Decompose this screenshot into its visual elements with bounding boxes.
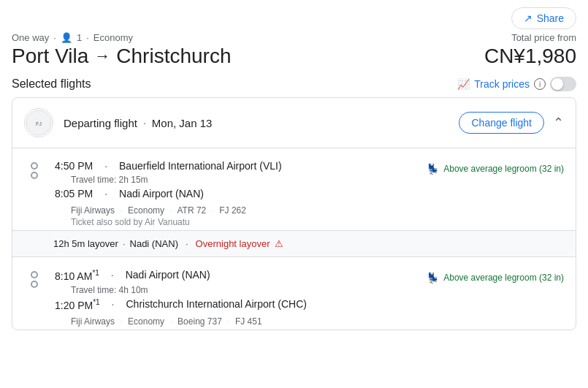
total-price: CN¥1,980 — [484, 45, 576, 68]
share-icon: ↗ — [524, 12, 532, 24]
arrival-1: 8:05 PM · Nadi Airport (NAN) — [55, 188, 415, 199]
overnight-label: Overnight layover — [196, 238, 270, 249]
airline-info-1: Fiji Airways · Economy · ATR 72 · FJ 262 — [55, 205, 415, 216]
departure-2: 8:10 AM*1 · Nadi Airport (NAN) — [55, 269, 415, 282]
destination: Christchurch — [116, 45, 231, 68]
departing-label: Departing flight — [64, 117, 137, 129]
departing-date: Mon, Jan 13 — [152, 117, 213, 129]
card-header-left: FJ Departing flight · Mon, Jan 13 — [24, 108, 212, 137]
total-price-label: Total price from — [511, 32, 576, 43]
airline-logo: FJ — [24, 108, 53, 137]
legroom-info-2: 💺 Above average legroom (32 in) — [427, 272, 564, 284]
legroom-icon-2: 💺 — [427, 272, 439, 284]
cabin-2: Economy — [128, 316, 164, 327]
sup-2: *1 — [93, 298, 99, 306]
legroom-icon-1: 💺 — [427, 163, 439, 175]
departure-1: 4:50 PM · Bauerfield International Airpo… — [55, 160, 415, 172]
segment-2: 8:10 AM*1 · Nadi Airport (NAN) Travel ti… — [12, 257, 576, 330]
track-prices-toggle[interactable] — [550, 77, 576, 91]
card-header-right: Change flight ⌃ — [459, 112, 564, 134]
change-flight-button[interactable]: Change flight — [459, 112, 544, 134]
info-icon[interactable]: i — [534, 78, 546, 90]
departure-time-2: 8:10 AM*1 — [55, 269, 99, 282]
selected-flights-section: Selected flights 📈 Track prices i — [0, 77, 588, 97]
timeline-1 — [24, 160, 45, 227]
departing-info: Departing flight · Mon, Jan 13 — [64, 117, 212, 129]
warning-icon: ⚠ — [275, 238, 283, 249]
arrival-airport-1: Nadi Airport (NAN) — [119, 188, 204, 199]
trip-type: One way — [12, 32, 49, 43]
departure-time-1: 4:50 PM — [55, 160, 93, 172]
track-prices-area: 📈 Track prices i — [457, 77, 576, 91]
meta-dot1: · — [53, 32, 56, 43]
arrival-2: 1:20 PM*1 · Christchurch International A… — [55, 298, 415, 311]
segment-1: 4:50 PM · Bauerfield International Airpo… — [12, 148, 576, 230]
ticket-info-1: Ticket also sold by Air Vanuatu — [55, 217, 415, 227]
sup-1: *1 — [92, 269, 99, 277]
arrival-airport-2: Christchurch International Airport (CHC) — [126, 298, 306, 310]
passenger-count: 1 — [77, 32, 82, 43]
track-icon: 📈 — [457, 78, 470, 90]
layover-location: Nadi (NAN) — [130, 238, 178, 249]
layover-dot: · — [123, 238, 126, 249]
svg-text:FJ: FJ — [36, 121, 42, 126]
origin: Port Vila — [12, 45, 88, 68]
share-button[interactable]: ↗ Share — [511, 7, 576, 29]
flight-card: FJ Departing flight · Mon, Jan 13 Change… — [12, 97, 576, 330]
stop-dot-3 — [31, 271, 38, 278]
travel-time-2: Travel time: 4h 10m — [71, 282, 415, 298]
layover-bar: 12h 5m layover · Nadi (NAN) · Overnight … — [12, 230, 576, 257]
segment-1-content: 4:50 PM · Bauerfield International Airpo… — [55, 160, 415, 227]
aircraft-2: Boeing 737 — [177, 316, 222, 327]
flight-number-2: FJ 451 — [235, 316, 262, 327]
arrival-time-1: 8:05 PM — [55, 188, 93, 199]
arrival-time-2: 1:20 PM*1 — [55, 298, 100, 311]
collapse-icon[interactable]: ⌃ — [553, 115, 564, 131]
flight-number-1: FJ 262 — [219, 205, 246, 216]
timeline-2 — [24, 269, 45, 327]
arrow-icon: → — [94, 47, 110, 66]
airline-info-2: Fiji Airways · Economy · Boeing 737 · FJ… — [55, 316, 415, 327]
title-row: Port Vila → Christchurch CN¥1,980 — [0, 45, 588, 77]
legroom-label-2: Above average legroom (32 in) — [443, 273, 564, 283]
aircraft-1: ATR 72 — [177, 205, 206, 216]
departing-dot: · — [143, 117, 146, 129]
stop-dot-4 — [31, 281, 38, 288]
track-prices-label: Track prices — [474, 78, 530, 90]
flight-card-header: FJ Departing flight · Mon, Jan 13 Change… — [12, 98, 576, 148]
top-bar: ↗ Share — [0, 0, 588, 32]
meta-row: One way · 👤 1 · Economy Total price from — [0, 32, 588, 45]
layover-duration: 12h 5m layover — [53, 238, 118, 249]
airline-1: Fiji Airways — [71, 205, 115, 216]
departure-airport-2: Nadi Airport (NAN) — [126, 269, 210, 281]
legroom-1: 💺 Above average legroom (32 in) — [415, 160, 564, 227]
airline-2: Fiji Airways — [71, 316, 115, 327]
legroom-label-1: Above average legroom (32 in) — [443, 164, 564, 174]
cabin-1: Economy — [128, 205, 164, 216]
travel-time-1: Travel time: 2h 15m — [71, 172, 415, 188]
travel-time-label-1: Travel time: 2h 15m — [71, 175, 148, 185]
departure-airport-1: Bauerfield International Airport (VLI) — [119, 160, 282, 172]
cabin-class: Economy — [93, 32, 133, 43]
segment-2-content: 8:10 AM*1 · Nadi Airport (NAN) Travel ti… — [55, 269, 415, 327]
passenger-icon: 👤 — [61, 32, 72, 43]
legroom-info-1: 💺 Above average legroom (32 in) — [427, 163, 564, 175]
meta-dot2: · — [86, 32, 89, 43]
stop-dot-1 — [31, 162, 38, 170]
travel-time-label-2: Travel time: 4h 10m — [71, 285, 148, 295]
share-label: Share — [537, 12, 564, 24]
stop-dot-2 — [31, 172, 38, 179]
selected-flights-label: Selected flights — [12, 77, 91, 91]
legroom-2: 💺 Above average legroom (32 in) — [415, 269, 564, 327]
route-title: Port Vila → Christchurch — [12, 45, 232, 68]
